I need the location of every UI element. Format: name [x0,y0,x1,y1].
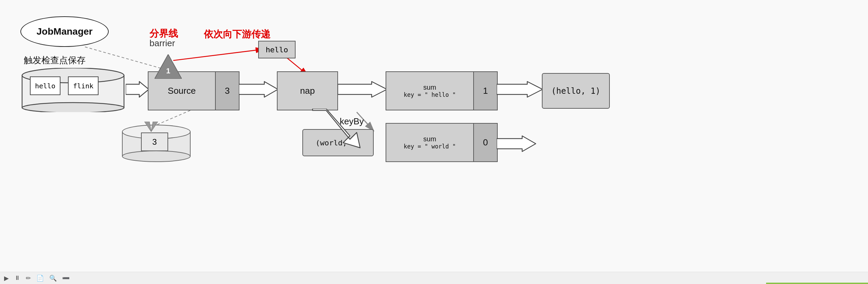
sum-hello-block: sum key = " hello " [386,71,474,110]
svg-marker-10 [126,82,149,97]
bottom-icon-edit[interactable]: ✏ [26,274,31,282]
result-hello-label: (hello, 1) [551,86,601,96]
nap-block: nap [277,71,338,110]
hello-float-box: hello [258,41,296,58]
green-line [766,283,868,284]
barrier-triangle: 1 [155,54,182,80]
hello-float-label: hello [266,46,288,54]
svg-marker-11 [239,82,278,97]
svg-point-9 [22,103,124,112]
result-world-box: (world, 1) [302,129,374,156]
sum-world-title: sum [423,135,436,143]
downstream-label: 依次向下游传递 [204,28,270,41]
sum-world-num-block: 0 [474,123,498,162]
sum-hello-title: sum [423,84,436,91]
bottom-bar: ▶ ⏸ ✏ 📄 🔍 ➖ [0,272,868,284]
bottom-icon-pause[interactable]: ⏸ [14,274,20,282]
bottom-icon-doc[interactable]: 📄 [36,274,44,282]
arrow-source-nap [239,81,280,98]
arrow-sum-hello-result [497,81,544,98]
nap-label: nap [300,86,315,96]
svg-line-0 [85,47,166,70]
bottom-icon-minus[interactable]: ➖ [62,274,70,282]
job-manager-label: JobManager [37,26,93,37]
diagram-container: JobManager 触发检查点保存 [0,0,868,284]
svg-marker-13 [497,82,543,97]
sum-world-key: key = " world " [404,143,456,150]
source-num-label: 3 [225,86,230,96]
bottom-icon-search[interactable]: 🔍 [49,274,57,282]
arrow-nap-sum [338,81,389,98]
sum-hello-num-block: 1 [474,71,498,110]
disk-num-box: 3 [141,132,168,151]
keyby-label: keyBy [340,116,364,127]
svg-line-2 [173,49,263,60]
arrow-cyl-source [126,81,149,98]
sum-hello-key: key = " hello " [404,91,456,98]
sum-world-block: sum key = " world " [386,123,474,162]
svg-text:1: 1 [166,67,170,75]
source-label: Source [168,86,196,96]
disk-num-label: 3 [152,137,157,147]
job-manager-ellipse: JobManager [20,16,109,47]
source-num-block: 3 [216,71,240,110]
arrow-sum-world-result [497,135,537,152]
result-world-label: (world, 1) [316,139,360,147]
cylinder-flink-box: flink [68,76,99,95]
barrier-barrier-label: barrier [149,38,175,49]
result-hello-box: (hello, 1) [542,73,610,109]
cylinder-hello-box: hello [30,76,60,95]
trigger-label: 触发检查点保存 [24,54,86,66]
sum-hello-num-label: 1 [483,86,488,96]
bottom-icon-play[interactable]: ▶ [4,274,9,282]
svg-marker-16 [497,136,536,152]
sum-world-num-label: 0 [483,137,488,148]
svg-marker-12 [338,82,387,97]
svg-point-21 [122,151,190,162]
